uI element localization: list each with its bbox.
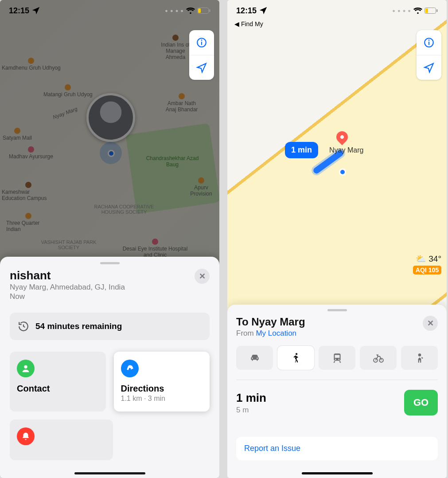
svg-point-20 bbox=[418, 353, 421, 357]
temperature: 34° bbox=[429, 254, 441, 263]
destination-pin[interactable] bbox=[334, 129, 351, 145]
location-arrow-icon bbox=[423, 62, 435, 74]
person-address: Nyay Marg, Ahmedabad, GJ, India bbox=[10, 283, 125, 292]
back-breadcrumb[interactable]: ◀ Find My bbox=[234, 20, 263, 27]
phone-maps-directions: 1 min Nyay Marg ⛅ 34° AQI 105 12:15 ● ● … bbox=[227, 0, 447, 478]
svg-rect-4 bbox=[209, 9, 210, 12]
svg-rect-12 bbox=[425, 8, 428, 13]
svg-rect-1 bbox=[201, 42, 202, 45]
route-eta-bubble[interactable]: 1 min bbox=[285, 142, 318, 158]
person-updated: Now bbox=[10, 292, 125, 301]
contact-label: Contact bbox=[17, 384, 99, 394]
phone-find-my: Indian Ins of Manage Ahmeda Kamdhenu Gru… bbox=[0, 0, 219, 478]
divider bbox=[236, 380, 438, 380]
cloud-sun-icon: ⛅ bbox=[416, 254, 426, 263]
location-services-icon bbox=[31, 6, 41, 16]
wifi-icon bbox=[186, 6, 195, 16]
from-row[interactable]: From My Location bbox=[236, 329, 305, 338]
svg-rect-11 bbox=[436, 9, 438, 12]
map-info-button[interactable] bbox=[189, 30, 214, 55]
map-info-button[interactable] bbox=[417, 30, 441, 55]
current-location-dot bbox=[339, 168, 346, 176]
svg-point-16 bbox=[335, 359, 336, 360]
drag-handle[interactable] bbox=[327, 309, 347, 311]
clock: 12:15 bbox=[9, 6, 29, 16]
svg-point-9 bbox=[429, 39, 430, 41]
directions-tile[interactable]: Directions 1.1 km · 3 min bbox=[114, 352, 210, 411]
svg-point-2 bbox=[201, 39, 203, 41]
info-icon bbox=[423, 37, 435, 48]
route-summary-row[interactable]: 1 min 5 m GO bbox=[236, 390, 438, 415]
svg-point-6 bbox=[24, 365, 27, 368]
cellular-dots-icon: ● ● ● ● bbox=[165, 8, 184, 13]
bell-icon bbox=[17, 427, 35, 445]
contact-tile[interactable]: Contact bbox=[10, 352, 106, 411]
map-controls bbox=[417, 30, 441, 80]
bicycle-icon bbox=[373, 352, 384, 364]
info-icon bbox=[196, 37, 207, 48]
car-icon bbox=[249, 352, 261, 364]
wifi-icon bbox=[413, 6, 423, 16]
mode-cycle[interactable] bbox=[360, 346, 397, 370]
svg-rect-5 bbox=[198, 8, 201, 13]
weather-widget[interactable]: ⛅ 34° AQI 105 bbox=[413, 254, 441, 274]
home-indicator[interactable] bbox=[302, 472, 373, 474]
notifications-tile[interactable] bbox=[10, 419, 113, 460]
from-location-link[interactable]: My Location bbox=[256, 329, 296, 337]
drag-handle[interactable] bbox=[100, 262, 120, 264]
location-services-icon bbox=[258, 6, 268, 16]
destination-title: To Nyay Marg bbox=[236, 316, 305, 328]
location-arrow-icon bbox=[196, 62, 207, 74]
svg-point-13 bbox=[295, 353, 297, 355]
transport-mode-selector bbox=[236, 346, 438, 370]
map-locate-button[interactable] bbox=[189, 55, 214, 80]
person-icon bbox=[17, 360, 35, 377]
status-bar: 12:15 ● ● ● ● bbox=[0, 0, 219, 21]
remaining-time-label: 54 minutes remaining bbox=[35, 321, 122, 331]
directions-detail: 1.1 km · 3 min bbox=[121, 395, 203, 403]
rideshare-icon bbox=[414, 352, 425, 364]
route-eta: 1 min bbox=[236, 391, 266, 405]
map-controls bbox=[189, 30, 214, 80]
status-bar: 12:15 ● ● ● ● bbox=[227, 0, 447, 21]
clock-history-icon bbox=[18, 321, 29, 332]
transit-icon bbox=[331, 352, 343, 364]
mode-walk[interactable] bbox=[277, 346, 314, 370]
battery-low-icon bbox=[425, 8, 438, 14]
mode-rideshare[interactable] bbox=[401, 346, 438, 370]
mode-transit[interactable] bbox=[319, 346, 355, 370]
directions-card[interactable]: To Nyay Marg From My Location ✕ bbox=[227, 305, 447, 478]
route-distance: 5 m bbox=[236, 406, 266, 415]
walk-icon bbox=[290, 352, 302, 364]
svg-rect-8 bbox=[429, 42, 429, 45]
report-issue-button[interactable]: Report an Issue bbox=[236, 437, 438, 460]
person-card[interactable]: nishant Nyay Marg, Ahmedabad, GJ, India … bbox=[0, 257, 219, 478]
svg-rect-15 bbox=[335, 355, 339, 358]
remaining-time-row: 54 minutes remaining bbox=[10, 313, 210, 340]
home-indicator[interactable] bbox=[74, 472, 145, 474]
directions-label: Directions bbox=[121, 384, 203, 394]
close-button[interactable]: ✕ bbox=[195, 269, 210, 284]
battery-low-icon bbox=[197, 8, 210, 14]
map-locate-button[interactable] bbox=[417, 55, 441, 80]
mode-car[interactable] bbox=[236, 346, 273, 370]
go-button[interactable]: GO bbox=[404, 390, 438, 415]
aqi-badge: AQI 105 bbox=[413, 266, 441, 274]
destination-label: Nyay Marg bbox=[329, 146, 363, 154]
svg-point-17 bbox=[338, 359, 339, 360]
person-name: nishant bbox=[10, 269, 125, 282]
cellular-dots-icon: ● ● ● ● bbox=[392, 8, 411, 13]
close-button[interactable]: ✕ bbox=[423, 316, 438, 331]
clock: 12:15 bbox=[236, 6, 257, 16]
directions-icon bbox=[121, 360, 139, 377]
